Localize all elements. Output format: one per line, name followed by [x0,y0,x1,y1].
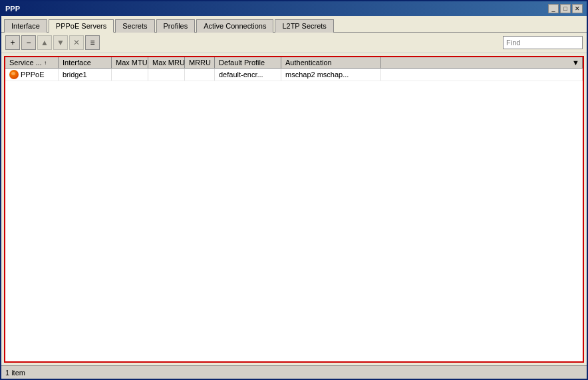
status-text: 1 item [5,369,25,377]
up-button[interactable]: ▲ [37,35,52,50]
cell-mrru [185,69,215,81]
cell-expand [381,69,583,81]
toolbar: + − ▲ ▼ ✕ ≡ [1,33,587,53]
tab-l2tp-secrets[interactable]: L2TP Secrets [275,19,333,33]
col-header-service[interactable]: Service ... ↑ [5,57,59,68]
table-header: Service ... ↑ Interface Max MTU Max MRU … [5,57,583,69]
col-header-mrru[interactable]: MRRU [185,57,215,68]
col-header-interface[interactable]: Interface [59,57,112,68]
minimize-button[interactable]: _ [548,4,559,13]
window-title: PPP [5,5,20,13]
filter-button[interactable]: ≡ [85,35,100,50]
col-header-authentication[interactable]: Authentication [281,57,381,68]
table-body: PPPoE bridge1 default-encr... [5,69,583,361]
main-window: PPP _ □ ✕ Interface PPPoE Servers Secret… [0,0,588,380]
col-header-max-mru[interactable]: Max MRU [148,57,185,68]
settings-button[interactable]: ✕ [69,35,84,50]
col-header-expand[interactable]: ▼ [381,57,583,68]
cell-authentication: mschap2 mschap... [281,69,381,81]
find-input[interactable] [503,36,583,49]
table-row[interactable]: PPPoE bridge1 default-encr... [5,69,583,81]
remove-button[interactable]: − [21,35,36,50]
add-button[interactable]: + [5,35,20,50]
col-header-max-mtu[interactable]: Max MTU [112,57,148,68]
find-box [503,36,583,49]
tab-secrets[interactable]: Secrets [115,19,154,33]
cell-max-mtu [112,69,148,81]
tab-bar: Interface PPPoE Servers Secrets Profiles… [1,16,587,33]
cell-default-profile: default-encr... [215,69,281,81]
maximize-button[interactable]: □ [560,4,571,13]
expand-icon: ▼ [572,59,579,67]
sort-icon: ↑ [44,60,47,66]
tab-profiles[interactable]: Profiles [156,19,196,33]
down-button[interactable]: ▼ [53,35,68,50]
cell-max-mru [148,69,185,81]
title-bar: PPP _ □ ✕ [1,1,587,16]
pppoe-icon [9,70,19,79]
tab-interface[interactable]: Interface [4,19,47,33]
status-bar: 1 item [1,365,587,379]
cell-service: PPPoE [5,69,59,81]
cell-interface: bridge1 [59,69,112,81]
col-header-default-profile[interactable]: Default Profile [215,57,281,68]
tab-active-connections[interactable]: Active Connections [196,19,273,33]
close-button[interactable]: ✕ [572,4,583,13]
content-area: Service ... ↑ Interface Max MTU Max MRU … [4,56,584,363]
tab-pppoe-servers[interactable]: PPPoE Servers [49,19,114,33]
title-bar-buttons: _ □ ✕ [548,4,583,13]
